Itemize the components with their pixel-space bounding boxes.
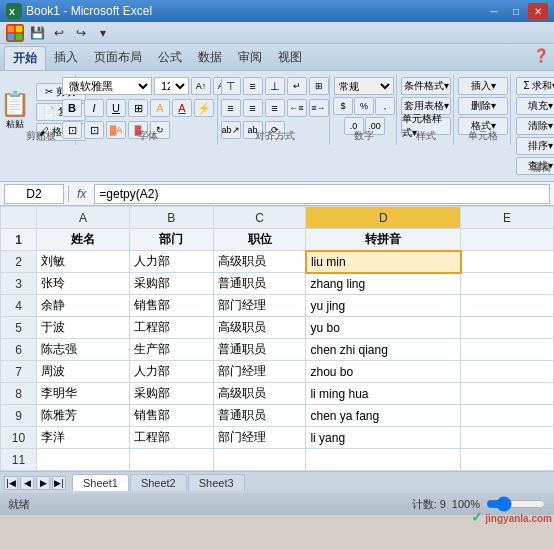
font-name-select[interactable]: 微软雅黑: [62, 77, 152, 95]
sheet-nav-next[interactable]: ▶: [36, 476, 50, 490]
cell-d-11[interactable]: [306, 449, 461, 471]
qat-dropdown[interactable]: ▾: [94, 24, 112, 42]
sort-filter-button[interactable]: 排序▾: [516, 137, 555, 155]
cell-c-3[interactable]: 普通职员: [213, 273, 306, 295]
sheet-tab-1[interactable]: Sheet1: [72, 474, 129, 491]
align-top-button[interactable]: ⊤: [221, 77, 241, 95]
redo-button[interactable]: ↪: [72, 24, 90, 42]
cell-c-10[interactable]: 部门经理: [213, 427, 306, 449]
sheet-tab-3[interactable]: Sheet3: [188, 474, 245, 491]
close-button[interactable]: ✕: [528, 3, 548, 19]
tab-home[interactable]: 开始: [4, 46, 46, 70]
cell-e-2[interactable]: [461, 251, 554, 273]
cell-b-5[interactable]: 工程部: [129, 317, 213, 339]
tab-pagelayout[interactable]: 页面布局: [86, 46, 150, 70]
cell-e-7[interactable]: [461, 361, 554, 383]
cell-e-8[interactable]: [461, 383, 554, 405]
sheet-tab-2[interactable]: Sheet2: [130, 474, 187, 491]
help-button[interactable]: ❓: [532, 46, 550, 64]
cell-e-5[interactable]: [461, 317, 554, 339]
cell-b-1[interactable]: 部门: [129, 229, 213, 251]
cell-d-1[interactable]: 转拼音: [306, 229, 461, 251]
clear-button[interactable]: 清除▾: [516, 117, 555, 135]
sheet-nav-prev[interactable]: ◀: [20, 476, 34, 490]
cell-c-5[interactable]: 高级职员: [213, 317, 306, 339]
format-button2[interactable]: ⊡: [84, 121, 104, 139]
comma-button[interactable]: ,: [375, 97, 395, 115]
conditional-format-button[interactable]: 条件格式▾: [401, 77, 451, 95]
minimize-button[interactable]: ─: [484, 3, 504, 19]
name-box[interactable]: [4, 184, 64, 204]
merge-button[interactable]: ⊞: [309, 77, 329, 95]
cell-a-3[interactable]: 张玲: [37, 273, 130, 295]
maximize-button[interactable]: □: [506, 3, 526, 19]
cell-d-8[interactable]: li ming hua: [306, 383, 461, 405]
office-button[interactable]: [6, 24, 24, 42]
tab-formulas[interactable]: 公式: [150, 46, 190, 70]
cell-e-6[interactable]: [461, 339, 554, 361]
undo-button[interactable]: ↩: [50, 24, 68, 42]
cell-d-3[interactable]: zhang ling: [306, 273, 461, 295]
cell-d-4[interactable]: yu jing: [306, 295, 461, 317]
cell-c-1[interactable]: 职位: [213, 229, 306, 251]
number-format-select[interactable]: 常规: [334, 77, 394, 95]
cell-a-5[interactable]: 于波: [37, 317, 130, 339]
sheet-nav-last[interactable]: ▶|: [52, 476, 66, 490]
cell-a-4[interactable]: 余静: [37, 295, 130, 317]
cell-c-6[interactable]: 普通职员: [213, 339, 306, 361]
cell-b-10[interactable]: 工程部: [129, 427, 213, 449]
tab-view[interactable]: 视图: [270, 46, 310, 70]
fill-button[interactable]: ▓A: [106, 121, 126, 139]
cell-a-10[interactable]: 李洋: [37, 427, 130, 449]
delete-cell-button[interactable]: 删除▾: [458, 97, 508, 115]
align-center-button[interactable]: ≡: [243, 99, 263, 117]
align-middle-button[interactable]: ≡: [243, 77, 263, 95]
italic-button[interactable]: I: [84, 99, 104, 117]
cell-a-9[interactable]: 陈雅芳: [37, 405, 130, 427]
cell-e-9[interactable]: [461, 405, 554, 427]
fill-color-button[interactable]: A: [150, 99, 170, 117]
insert-cell-button[interactable]: 插入▾: [458, 77, 508, 95]
percent-button[interactable]: %: [354, 97, 374, 115]
tab-insert[interactable]: 插入: [46, 46, 86, 70]
cell-b-3[interactable]: 采购部: [129, 273, 213, 295]
cell-a-6[interactable]: 陈志强: [37, 339, 130, 361]
cell-c-7[interactable]: 部门经理: [213, 361, 306, 383]
format-button1[interactable]: ⊡: [62, 121, 82, 139]
cell-e-11[interactable]: [461, 449, 554, 471]
cell-a-7[interactable]: 周波: [37, 361, 130, 383]
increase-indent-button[interactable]: ≡→: [309, 99, 329, 117]
cell-b-6[interactable]: 生产部: [129, 339, 213, 361]
align-right-button[interactable]: ≡: [265, 99, 285, 117]
cell-a-1[interactable]: 姓名: [37, 229, 130, 251]
cell-d-9[interactable]: chen ya fang: [306, 405, 461, 427]
cell-d-2[interactable]: liu min: [306, 251, 461, 273]
cell-c-8[interactable]: 高级职员: [213, 383, 306, 405]
col-header-c[interactable]: C: [213, 207, 306, 229]
bold-button[interactable]: B: [62, 99, 82, 117]
cell-e-3[interactable]: [461, 273, 554, 295]
cell-c-11[interactable]: [213, 449, 306, 471]
cell-b-9[interactable]: 销售部: [129, 405, 213, 427]
formula-input[interactable]: [94, 184, 550, 204]
cell-a-2[interactable]: 刘敏: [37, 251, 130, 273]
cell-b-2[interactable]: 人力部: [129, 251, 213, 273]
cell-d-7[interactable]: zhou bo: [306, 361, 461, 383]
cell-e-4[interactable]: [461, 295, 554, 317]
effects-button[interactable]: ⚡: [194, 99, 214, 117]
cell-c-9[interactable]: 普通职员: [213, 405, 306, 427]
col-header-a[interactable]: A: [37, 207, 130, 229]
cell-d-10[interactable]: li yang: [306, 427, 461, 449]
fill-button-edit[interactable]: 填充▾: [516, 97, 555, 115]
cell-d-5[interactable]: yu bo: [306, 317, 461, 339]
col-header-e[interactable]: E: [461, 207, 554, 229]
underline-button[interactable]: U: [106, 99, 126, 117]
border-button[interactable]: ⊞: [128, 99, 148, 117]
cell-a-8[interactable]: 李明华: [37, 383, 130, 405]
cell-b-4[interactable]: 销售部: [129, 295, 213, 317]
align-bottom-button[interactable]: ⊥: [265, 77, 285, 95]
font-size-select[interactable]: 12: [154, 77, 189, 95]
zoom-slider[interactable]: [486, 499, 546, 509]
cell-e-10[interactable]: [461, 427, 554, 449]
save-button[interactable]: 💾: [28, 24, 46, 42]
